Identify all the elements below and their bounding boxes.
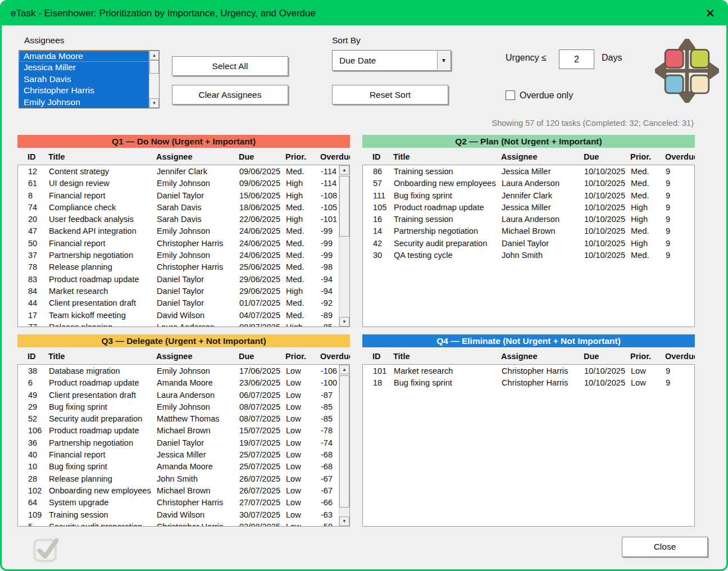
task-cell: Training session [49, 509, 157, 521]
task-cell: 9 [666, 166, 694, 178]
task-row[interactable]: 109Training sessionDavid Wilson30/07/202… [18, 509, 349, 521]
urgency-input[interactable] [559, 49, 594, 69]
task-row[interactable]: 18Bug fixing sprintChristopher Harris10/… [363, 377, 694, 389]
task-cell: 83 [18, 274, 49, 286]
task-row[interactable]: 64System upgradeChristopher Harris27/07/… [18, 497, 349, 509]
task-row[interactable]: 14Partnership negotiationMichael Brown10… [363, 225, 694, 237]
col-due: Due [584, 152, 630, 164]
task-row[interactable]: 52Security audit preparationMatthew Thom… [18, 413, 349, 425]
task-cell: Med. [286, 310, 321, 321]
select-all-button[interactable]: Select All [172, 56, 288, 76]
scroll-up-icon[interactable]: ▲ [149, 51, 159, 60]
task-row[interactable]: 78Release planningChristopher Harris25/0… [18, 261, 349, 273]
task-row[interactable]: 16Training sessionLaura Anderson10/10/20… [363, 214, 694, 225]
q3-scrollbar[interactable]: ▲ ▼ [339, 365, 349, 526]
assignee-option[interactable]: Amanda Moore [19, 51, 159, 62]
task-cell: 101 [363, 365, 394, 377]
sort-by-dropdown[interactable]: Due Date ▼ [332, 50, 451, 71]
task-cell: Low [286, 365, 321, 377]
task-cell: 50 [18, 238, 49, 250]
task-row[interactable]: 37Partnership negotiationEmily Johnson24… [18, 250, 349, 261]
task-row[interactable]: 20User feedback analysisSarah Davis22/06… [18, 214, 349, 225]
task-row[interactable]: 77Release planningLaura Anderson08/07/20… [18, 321, 349, 327]
scroll-down-icon[interactable]: ▼ [339, 317, 349, 327]
task-cell: High [631, 214, 666, 225]
col-due: Due [584, 352, 630, 363]
task-row[interactable]: 12Content strategyJennifer Clark09/06/20… [18, 166, 349, 178]
task-row[interactable]: 8Financial reportDaniel Taylor15/06/2025… [18, 190, 349, 202]
task-cell: 9 [666, 214, 694, 225]
task-row[interactable]: 29Bug fixing sprintEmily Johnson08/07/20… [18, 401, 349, 413]
task-row[interactable]: 57Onboarding new employeesLaura Anderson… [363, 178, 694, 189]
q1-scrollbar[interactable]: ▲ ▼ [339, 165, 349, 327]
task-cell: 25/07/2025 [239, 461, 286, 473]
task-cell: 24/06/2025 [239, 238, 286, 250]
task-row[interactable]: 47Backend API integrationEmily Johnson24… [18, 225, 349, 237]
task-row[interactable]: 5Security audit preparationChristopher H… [18, 521, 349, 527]
task-cell: Low [286, 425, 321, 437]
task-cell: Onboarding new employees [394, 178, 502, 189]
task-cell: Daniel Taylor [157, 286, 239, 297]
task-row[interactable]: 105Product roadmap updateJessica Miller1… [363, 202, 694, 214]
task-row[interactable]: 42Security audit preparationDaniel Taylo… [363, 238, 694, 250]
task-row[interactable]: 38Database migrationEmily Johnson17/06/2… [18, 365, 349, 377]
task-row[interactable]: 74Compliance checkSarah Davis18/06/2025M… [18, 202, 349, 214]
task-cell: 24/06/2025 [239, 250, 286, 261]
task-cell: 9 [666, 178, 694, 189]
scroll-down-icon[interactable]: ▼ [149, 98, 159, 108]
task-row[interactable]: 44Client presentation draftDaniel Taylor… [18, 297, 349, 309]
task-cell: Product roadmap update [394, 202, 502, 214]
task-cell: 17/06/2025 [239, 365, 286, 377]
task-cell: Med. [631, 225, 666, 237]
overdue-only-checkbox[interactable] [506, 90, 515, 100]
clear-assignees-button[interactable]: Clear Assignees [172, 85, 288, 105]
assignee-option[interactable]: Jessica Miller [19, 62, 159, 73]
task-row[interactable]: 106Product roadmap updateMichael Brown15… [18, 425, 349, 437]
chevron-down-icon[interactable]: ▼ [437, 51, 450, 70]
task-cell: 52 [18, 413, 49, 425]
reset-sort-button[interactable]: Reset Sort [332, 85, 448, 105]
task-row[interactable]: 61UI design reviewEmily Johnson09/06/202… [18, 178, 349, 189]
task-cell: 78 [18, 261, 49, 273]
q4-task-list[interactable]: 101Market researchChristopher Harris10/1… [362, 364, 695, 527]
task-row[interactable]: 102Onboarding new employeesMichael Brown… [18, 485, 349, 497]
task-row[interactable]: 30QA testing cycleJohn Smith10/10/2025Me… [363, 250, 694, 261]
task-cell: 8 [18, 190, 49, 202]
task-row[interactable]: 50Financial reportChristopher Harris24/0… [18, 238, 349, 250]
task-row[interactable]: 40Financial reportJessica Miller25/07/20… [18, 449, 349, 461]
task-cell: Jessica Miller [502, 166, 584, 178]
task-row[interactable]: 17Team kickoff meetingDavid Wilson04/07/… [18, 310, 349, 321]
scroll-up-icon[interactable]: ▲ [339, 365, 349, 374]
assignee-option[interactable]: Sarah Davis [19, 74, 159, 85]
task-cell: Daniel Taylor [157, 297, 239, 309]
task-row[interactable]: 111Bug fixing sprintJennifer Clark10/10/… [363, 190, 694, 202]
assignees-scrollbar[interactable]: ▲ ▼ [149, 51, 159, 108]
task-row[interactable]: 6Product roadmap updateAmanda Moore23/06… [18, 377, 349, 389]
q3-task-list[interactable]: 38Database migrationEmily Johnson17/06/2… [17, 364, 350, 527]
assignee-option[interactable]: Emily Johnson [19, 97, 159, 108]
task-row[interactable]: 49Client presentation draftLaura Anderso… [18, 389, 349, 401]
task-cell: Partnership negotiation [49, 250, 157, 261]
assignee-option[interactable]: Christopher Harris [19, 85, 159, 96]
task-row[interactable]: 83Product roadmap updateDaniel Taylor29/… [18, 274, 349, 286]
task-row[interactable]: 86Training sessionJessica Miller10/10/20… [363, 166, 694, 178]
task-row[interactable]: 10Bug fixing sprintAmanda Moore25/07/202… [18, 461, 349, 473]
task-row[interactable]: 84Market researchDaniel Taylor29/06/2025… [18, 286, 349, 297]
scroll-thumb[interactable] [339, 375, 349, 507]
window-close-icon[interactable]: ✕ [705, 6, 715, 21]
scroll-down-icon[interactable]: ▼ [339, 516, 349, 526]
task-cell: 20 [18, 214, 49, 225]
q2-task-list[interactable]: 86Training sessionJessica Miller10/10/20… [362, 165, 695, 327]
close-button[interactable]: Close [622, 537, 708, 557]
task-cell: Laura Anderson [157, 321, 239, 327]
task-cell: 18/06/2025 [239, 202, 286, 214]
scroll-thumb[interactable] [339, 176, 349, 237]
task-row[interactable]: 101Market researchChristopher Harris10/1… [363, 365, 694, 377]
scroll-up-icon[interactable]: ▲ [339, 165, 349, 175]
q1-task-list[interactable]: 12Content strategyJennifer Clark09/06/20… [17, 165, 350, 327]
task-row[interactable]: 36Partnership negotiationDaniel Taylor19… [18, 437, 349, 449]
assignees-listbox[interactable]: Amanda MooreJessica MillerSarah DavisChr… [19, 50, 160, 108]
task-row[interactable]: 28Release planningJohn Smith26/07/2025Lo… [18, 473, 349, 485]
task-cell: Michael Brown [157, 425, 239, 437]
scroll-thumb[interactable] [149, 60, 159, 74]
